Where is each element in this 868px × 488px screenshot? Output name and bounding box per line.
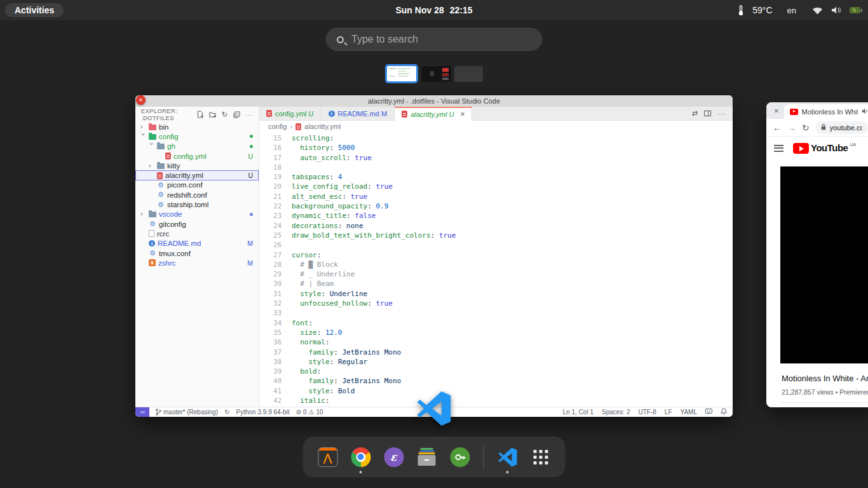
vscode-title-bar[interactable]: alacritty.yml - .dotfiles - Visual Studi… xyxy=(135,95,733,107)
editor-tab-config.yml[interactable]: config.yml U xyxy=(259,107,322,120)
git-status-badge: M xyxy=(247,259,253,267)
url-text: youtube.com/wa xyxy=(830,124,862,132)
vscode-app-badge-icon xyxy=(416,391,452,426)
new-folder-icon[interactable] xyxy=(209,111,217,118)
file-name: gh xyxy=(167,142,175,150)
keyboard-layout-indicator[interactable]: en xyxy=(787,6,796,15)
indentation-status[interactable]: Spaces: 2 xyxy=(602,409,630,416)
encoding-status[interactable]: UTF-8 xyxy=(638,409,656,416)
file-tree-item-zshrc[interactable]: $zshrcM xyxy=(135,258,259,268)
more-actions-icon[interactable]: ··· xyxy=(245,111,254,118)
dock-item-vscode[interactable] xyxy=(497,446,519,468)
language-mode-status[interactable]: YAML xyxy=(681,409,698,416)
collapse-folders-icon[interactable] xyxy=(233,111,240,118)
file-tree-item-rcrc[interactable]: rcrc xyxy=(135,229,259,238)
tab-label: alacritty.yml U xyxy=(410,111,454,118)
code-line: 37 family: JetBrains Mono xyxy=(259,348,733,357)
info-icon: i xyxy=(329,111,335,117)
vscode-icon xyxy=(498,447,517,467)
shell-script-icon: $ xyxy=(149,259,156,266)
info-icon: i xyxy=(149,240,155,247)
file-tree-item-picom.conf[interactable]: ⚙picom.conf xyxy=(135,180,259,190)
gnome-overview: Activities Sun Nov 28 22:15 59°C en ϟ Ty… xyxy=(0,0,868,488)
hamburger-menu-icon[interactable] xyxy=(774,145,783,152)
chrome-active-tab[interactable]: Motionless In White - xyxy=(784,104,868,119)
file-tree-item-starship.toml[interactable]: ⚙starship.toml xyxy=(135,200,259,209)
file-icon xyxy=(149,230,154,237)
file-tree-item-README.md[interactable]: iREADME.mdM xyxy=(135,239,259,248)
new-file-icon[interactable] xyxy=(197,111,204,118)
file-tree-item-tmux.conf[interactable]: ⚙tmux.conf xyxy=(135,248,259,258)
system-tray[interactable]: 59°C en ϟ xyxy=(738,5,860,16)
remote-indicator[interactable]: >< xyxy=(135,407,149,417)
file-tree-item-bin[interactable]: ›bin xyxy=(135,122,259,132)
cursor-position-status[interactable]: Ln 1, Col 1 xyxy=(563,409,593,416)
refresh-icon[interactable]: ↻ xyxy=(222,111,228,119)
open-changes-icon[interactable]: ⇄ xyxy=(692,109,698,118)
back-icon[interactable]: ← xyxy=(773,123,782,133)
file-cabinet-icon xyxy=(418,448,436,466)
dock-item-files[interactable] xyxy=(416,446,438,468)
video-player[interactable] xyxy=(780,166,868,363)
dock-item-app-grid[interactable] xyxy=(530,446,552,468)
editor-tab-README.md[interactable]: iREADME.md M xyxy=(322,107,395,120)
file-tree-item-config[interactable]: ›config xyxy=(135,132,259,141)
file-tree-item-alacritty.yml[interactable]: alacritty.ymlU xyxy=(135,170,259,180)
reload-icon[interactable]: ↻ xyxy=(802,123,810,133)
notifications-bell-icon[interactable] xyxy=(721,408,727,416)
activities-button[interactable]: Activities xyxy=(5,3,64,17)
workspace-switcher xyxy=(385,64,483,83)
editor-more-actions-icon[interactable]: ··· xyxy=(717,110,726,118)
error-icon: ⊘ xyxy=(296,409,301,416)
chrome-window[interactable]: × Motionless In White - ← → ↻ youtube.co… xyxy=(766,102,868,407)
dock-item-alacritty[interactable]: ⋀ xyxy=(317,446,339,468)
git-branch-status[interactable]: master* (Rebasing) xyxy=(156,409,218,416)
feedback-icon[interactable] xyxy=(705,409,712,416)
file-tree-item-gh[interactable]: ›gh xyxy=(135,142,259,151)
problems-status[interactable]: ⊘ 0 ⚠ 10 xyxy=(296,409,323,416)
git-status-badge: U xyxy=(248,152,253,160)
file-tree-item-redshift.conf[interactable]: ⚙redshift.conf xyxy=(135,190,259,200)
address-bar[interactable]: youtube.com/wa xyxy=(815,121,868,134)
code-line: 27cursor: xyxy=(259,250,733,260)
yaml-file-icon xyxy=(157,172,163,179)
tab-label: config.yml U xyxy=(275,110,314,118)
yaml-file-icon xyxy=(165,152,171,159)
thermometer-icon xyxy=(738,5,744,16)
workspace-thumbnail-empty[interactable] xyxy=(454,66,483,82)
code-editor[interactable]: 15scrolling:16 history: 500017 auto_scro… xyxy=(259,132,733,407)
forward-icon[interactable]: → xyxy=(787,123,796,133)
eol-status[interactable]: LF xyxy=(665,409,672,416)
folder-icon xyxy=(157,163,165,169)
youtube-logo[interactable]: YouTube UA xyxy=(793,142,856,154)
window-close-button[interactable]: × xyxy=(136,95,146,105)
file-name: vscode xyxy=(159,210,182,218)
vscode-window[interactable]: alacritty.yml - .dotfiles - Visual Studi… xyxy=(135,95,733,417)
file-tree-item-gitconfig[interactable]: ⚙gitconfig xyxy=(135,219,259,229)
search-bar[interactable]: Type to search xyxy=(326,28,542,51)
file-name: alacritty.yml xyxy=(165,172,203,179)
file-tree-item-kitty[interactable]: ›kitty xyxy=(135,161,259,170)
breadcrumb-file[interactable]: alacritty.yml xyxy=(304,123,341,130)
breadcrumb-folder[interactable]: config xyxy=(268,123,287,130)
workspace-thumbnail-active[interactable] xyxy=(385,64,418,83)
sync-icon[interactable]: ↻ xyxy=(224,409,229,416)
dock-item-keepass[interactable] xyxy=(449,446,471,468)
python-interpreter-status[interactable]: Python 3.9.9 64-bit xyxy=(236,409,290,416)
emacs-icon: ε xyxy=(384,447,403,467)
file-tree-item-vscode[interactable]: ›vscode xyxy=(135,210,259,219)
dock-item-emacs[interactable]: ε xyxy=(383,446,405,468)
editor-tab-alacritty.yml[interactable]: alacritty.yml U× xyxy=(395,107,472,121)
file-tree-item-config.yml[interactable]: config.ymlU xyxy=(135,151,259,161)
split-editor-icon[interactable] xyxy=(704,111,711,116)
tab-close-icon[interactable]: × xyxy=(774,106,779,116)
breadcrumb[interactable]: config › alacritty.yml xyxy=(259,121,733,132)
workspace-thumbnail-youtube[interactable] xyxy=(421,66,451,82)
wifi-icon xyxy=(812,6,823,15)
line-number: 25 xyxy=(259,231,281,240)
file-name: rcrc xyxy=(157,230,169,238)
clock[interactable]: Sun Nov 28 22:15 xyxy=(395,5,472,15)
dock-item-chrome[interactable] xyxy=(350,446,372,468)
tab-audio-icon[interactable] xyxy=(862,108,868,116)
close-icon[interactable]: × xyxy=(460,110,465,119)
